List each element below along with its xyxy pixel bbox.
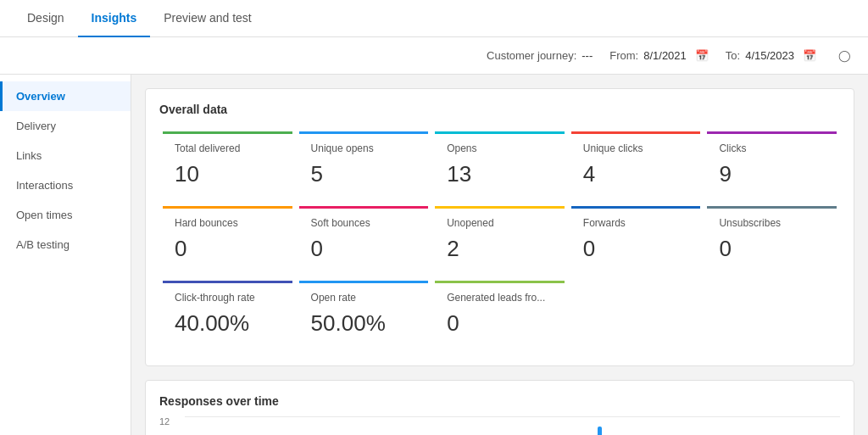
grid-line-top (185, 416, 840, 417)
metric-opens-label: Opens (447, 142, 553, 154)
metric-ctr-label: Click-through rate (175, 292, 281, 304)
to-date-filter[interactable]: To: 4/15/2023 📅 (726, 49, 816, 62)
calendar-icon-2: 📅 (803, 49, 816, 62)
metric-clicks-label: Clicks (719, 142, 825, 154)
metric-soft-bounces: Soft bounces 0 (299, 206, 429, 274)
metric-click-through-rate: Click-through rate 40.00% (163, 281, 292, 349)
sidebar-item-overview[interactable]: Overview (0, 81, 131, 111)
chart-container: 12 10 (159, 416, 840, 435)
metric-unopened-value: 2 (447, 236, 553, 262)
chart-y-axis: 12 10 (159, 416, 183, 435)
metric-unsubscribes-label: Unsubscribes (719, 217, 825, 229)
metric-opens: Opens 13 (435, 131, 565, 199)
metric-hard-bounces-value: 0 (175, 236, 281, 262)
metric-total-delivered-label: Total delivered (175, 142, 281, 154)
metric-unique-clicks-value: 4 (583, 161, 689, 187)
metric-total-delivered-value: 10 (175, 161, 281, 187)
metric-generated-leads-value: 0 (447, 310, 553, 337)
tab-insights[interactable]: Insights (78, 0, 151, 37)
metric-forwards-label: Forwards (583, 217, 689, 229)
metric-unsubscribes: Unsubscribes 0 (707, 206, 837, 274)
sidebar-item-links[interactable]: Links (0, 141, 131, 170)
chart-bar-main (598, 427, 602, 435)
main-layout: Overview Delivery Links Interactions Ope… (0, 75, 868, 435)
tab-preview-and-test[interactable]: Preview and test (150, 0, 265, 37)
overall-data-card: Overall data Total delivered 10 Unique o… (145, 88, 854, 366)
customer-journey-filter: Customer journey: --- (487, 49, 593, 62)
from-value: 8/1/2021 (643, 49, 687, 62)
metric-generated-leads: Generated leads fro... 0 (435, 281, 565, 349)
metric-opens-value: 13 (447, 161, 553, 187)
overall-data-title: Overall data (159, 103, 840, 116)
to-value: 4/15/2023 (745, 49, 794, 62)
metric-soft-bounces-label: Soft bounces (311, 217, 417, 229)
metric-forwards-value: 0 (583, 236, 689, 262)
metric-unopened: Unopened 2 (435, 206, 565, 274)
sidebar-item-delivery[interactable]: Delivery (0, 111, 131, 141)
sidebar-item-interactions[interactable]: Interactions (0, 170, 131, 200)
metric-hard-bounces: Hard bounces 0 (163, 206, 292, 274)
from-date-filter[interactable]: From: 8/1/2021 📅 (609, 49, 709, 62)
settings-icon[interactable]: ◯ (838, 49, 851, 62)
content-area: Overall data Total delivered 10 Unique o… (131, 75, 868, 435)
responses-over-time-card: Responses over time 12 10 (145, 380, 854, 435)
sidebar: Overview Delivery Links Interactions Ope… (0, 75, 131, 435)
from-label: From: (609, 49, 638, 62)
calendar-icon: 📅 (695, 49, 709, 62)
metric-clicks-value: 9 (719, 161, 825, 187)
to-label: To: (726, 49, 740, 62)
metric-forwards: Forwards 0 (571, 206, 701, 274)
metric-generated-leads-label: Generated leads fro... (447, 292, 553, 304)
metric-ctr-value: 40.00% (175, 310, 281, 337)
metrics-grid: Total delivered 10 Unique opens 5 Opens … (159, 128, 840, 352)
metric-unique-opens-value: 5 (311, 161, 417, 187)
metric-open-rate: Open rate 50.00% (299, 281, 429, 349)
metric-unsubscribes-value: 0 (719, 236, 825, 262)
metric-clicks: Clicks 9 (707, 131, 837, 199)
metric-total-delivered: Total delivered 10 (163, 131, 292, 199)
metric-unique-clicks-label: Unique clicks (583, 142, 689, 154)
customer-journey-label: Customer journey: (487, 49, 576, 62)
sidebar-item-open-times[interactable]: Open times (0, 200, 131, 230)
top-navigation: Design Insights Preview and test (0, 0, 868, 37)
metric-open-rate-value: 50.00% (311, 310, 417, 337)
chart-body (185, 416, 840, 435)
metric-unopened-label: Unopened (447, 217, 553, 229)
toolbar: Customer journey: --- From: 8/1/2021 📅 T… (0, 37, 868, 75)
y-label-12: 12 (159, 416, 183, 427)
tab-design[interactable]: Design (14, 0, 78, 37)
chart-title: Responses over time (159, 394, 840, 408)
metric-unique-clicks: Unique clicks 4 (571, 131, 701, 199)
metric-unique-opens-label: Unique opens (311, 142, 417, 154)
metric-open-rate-label: Open rate (311, 292, 417, 304)
sidebar-item-ab-testing[interactable]: A/B testing (0, 230, 131, 259)
metric-hard-bounces-label: Hard bounces (175, 217, 281, 229)
metric-unique-opens: Unique opens 5 (299, 131, 429, 199)
customer-journey-value: --- (581, 49, 593, 62)
metric-soft-bounces-value: 0 (311, 236, 417, 262)
